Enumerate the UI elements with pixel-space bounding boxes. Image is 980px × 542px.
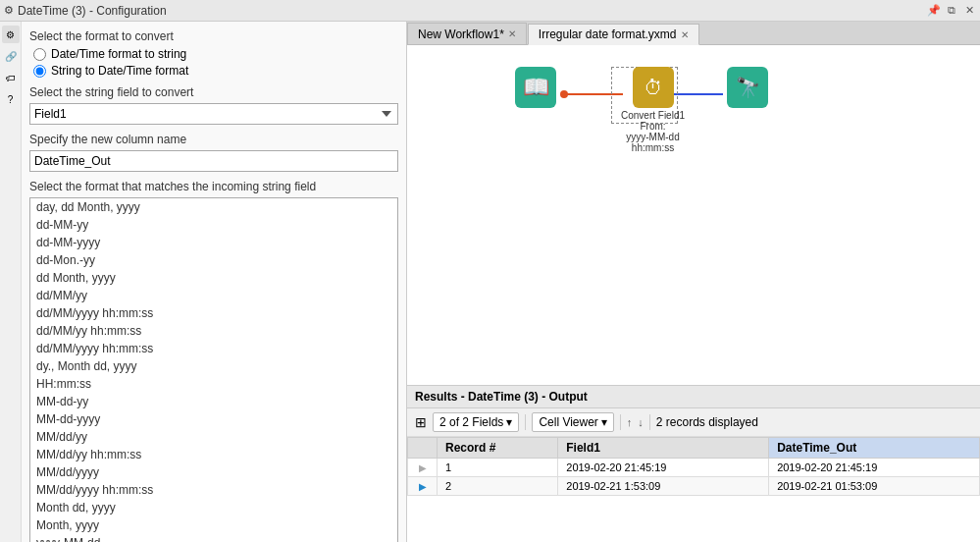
radio-group: Date/Time format to string String to Dat… [33, 47, 398, 78]
link-icon[interactable]: 🔗 [2, 47, 20, 65]
tab-new-workflow-label: New Workflow1* [418, 27, 504, 41]
viewer-button[interactable]: Cell Viewer ▾ [532, 412, 613, 432]
table-row: ▶ 2 2019-02-21 1:53:09 2019-02-21 01:53:… [408, 477, 980, 496]
pin-icon[interactable]: 📌 [927, 4, 941, 18]
chevron-down-icon: ▾ [506, 415, 512, 429]
format-item[interactable]: MM/dd/yyyy hh:mm:ss [30, 481, 397, 499]
format-item[interactable]: dd/MM/yyyy hh:mm:ss [30, 340, 397, 357]
fields-label: 2 of 2 Fields [439, 415, 503, 429]
field-section: Select the string field to convert Field… [29, 85, 398, 125]
title-bar-icon: ⚙ [4, 4, 14, 17]
close-icon[interactable]: ✕ [962, 4, 976, 18]
column-name-label: Specify the new column name [29, 133, 398, 146]
tab-new-workflow-close[interactable]: ✕ [508, 28, 516, 39]
format-select-section: Select the format that matches the incom… [29, 180, 398, 542]
format-item[interactable]: dd/MM/yyyy hh:mm:ss [30, 304, 397, 322]
radio-datetime-to-string[interactable]: Date/Time format to string [33, 47, 398, 61]
toolbar-divider-1 [525, 414, 526, 430]
format-item[interactable]: MM/dd/yy [30, 428, 397, 446]
radio-string-to-datetime-label: String to Date/Time format [51, 64, 188, 78]
col-header-datetime-out: DateTime_Out [769, 438, 980, 459]
results-header: Results - DateTime (3) - Output [407, 386, 980, 408]
format-select-label: Select the format that matches the incom… [29, 180, 398, 193]
node-browse-icon: 🔭 [727, 67, 768, 108]
tab-bar: New Workflow1* ✕ Irregular date format.y… [407, 22, 980, 45]
row-icon-cell-2: ▶ [408, 477, 438, 496]
table-row: ▶ 1 2019-02-20 21:45:19 2019-02-20 21:45… [408, 459, 980, 477]
title-bar-text: DateTime (3) - Configuration [18, 4, 167, 18]
format-item[interactable]: dd/MM/yy hh:mm:ss [30, 322, 397, 340]
left-panel: ⚙ 🔗 🏷 ? Select the format to convert Dat… [0, 22, 407, 542]
cell-datetime-out-2: 2019-02-21 01:53:09 [769, 477, 980, 496]
config-content: Select the format to convert Date/Time f… [22, 22, 406, 542]
format-item[interactable]: day, dd Month, yyyy [30, 198, 397, 216]
radio-datetime-to-string-label: Date/Time format to string [51, 47, 186, 61]
radio-datetime-to-string-input[interactable] [33, 48, 46, 61]
results-panel: Results - DateTime (3) - Output ⊞ 2 of 2… [407, 385, 980, 542]
cell-field1-2: 2019-02-21 1:53:09 [558, 477, 769, 496]
viewer-label: Cell Viewer [539, 415, 597, 429]
row-arrow-icon: ▶ [419, 462, 427, 473]
tab-irregular-date-label: Irregular date format.yxmd [539, 27, 677, 41]
main-layout: ⚙ 🔗 🏷 ? Select the format to convert Dat… [0, 22, 980, 542]
node-browse[interactable]: 🔭 [727, 67, 768, 108]
format-item[interactable]: Month, yyyy [30, 516, 397, 534]
format-item[interactable]: MM-dd-yy [30, 393, 397, 410]
format-item[interactable]: HH:mm:ss [30, 375, 397, 393]
format-list: day, dd Month, yyyy dd-MM-yy dd-MM-yyyy … [29, 197, 398, 542]
format-item[interactable]: dd/MM/yy [30, 287, 397, 304]
col-header-record-num: Record # [438, 438, 558, 459]
arrow-up-icon[interactable]: ↑ [627, 416, 633, 428]
format-item[interactable]: dy., Month dd, yyyy [30, 357, 397, 375]
format-item[interactable]: dd Month, yyyy [30, 269, 397, 287]
radio-string-to-datetime[interactable]: String to Date/Time format [33, 64, 398, 78]
format-section-label: Select the format to convert [29, 29, 398, 43]
node-input[interactable]: 📖 [515, 67, 556, 108]
tag-icon[interactable]: 🏷 [2, 69, 20, 86]
tab-irregular-date-close[interactable]: ✕ [681, 29, 689, 40]
column-name-input[interactable] [29, 150, 398, 172]
workflow-canvas[interactable]: 📖 ⏱ Convert Field1From:yyyy-MM-ddhh:mm:s… [407, 45, 980, 385]
workflow-connectors [407, 45, 980, 385]
radio-string-to-datetime-input[interactable] [33, 65, 46, 78]
toolbar-divider-3 [649, 414, 650, 430]
float-icon[interactable]: ⧉ [945, 4, 958, 18]
cell-record-1: 1 [438, 459, 558, 477]
format-section: Select the format to convert Date/Time f… [29, 29, 398, 78]
arrow-down-icon[interactable]: ↓ [638, 416, 644, 428]
node-datetime-icon: ⏱ [633, 67, 674, 108]
results-table: Record # Field1 DateTime_Out [407, 437, 980, 496]
format-item[interactable]: yyyy-MM-dd [30, 534, 397, 542]
settings-icon[interactable]: ⚙ [2, 26, 20, 43]
toolbar-divider-2 [620, 414, 621, 430]
format-item[interactable]: dd-MM-yy [30, 216, 397, 234]
cell-record-2: 2 [438, 477, 558, 496]
format-item[interactable]: dd-Mon.-yy [30, 251, 397, 269]
node-input-icon: 📖 [515, 67, 556, 108]
fields-button[interactable]: 2 of 2 Fields ▾ [433, 412, 519, 432]
node-datetime-label: Convert Field1From:yyyy-MM-ddhh:mm:ss [621, 110, 685, 153]
viewer-chevron-icon: ▾ [601, 415, 607, 429]
format-item[interactable]: dd-MM-yyyy [30, 234, 397, 251]
side-icon-bar: ⚙ 🔗 🏷 ? [0, 22, 22, 542]
field-dropdown[interactable]: Field1 [29, 103, 398, 125]
field-section-label: Select the string field to convert [29, 85, 398, 99]
data-table: Record # Field1 DateTime_Out [407, 437, 980, 542]
right-panel: New Workflow1* ✕ Irregular date format.y… [407, 22, 980, 542]
tab-irregular-date[interactable]: Irregular date format.yxmd ✕ [528, 24, 699, 45]
cell-field1-1: 2019-02-20 21:45:19 [558, 459, 769, 477]
node-datetime[interactable]: ⏱ Convert Field1From:yyyy-MM-ddhh:mm:ss [621, 67, 685, 153]
format-item[interactable]: MM-dd-yyyy [30, 410, 397, 428]
col-header-record [408, 438, 438, 459]
records-label: 2 records displayed [656, 415, 758, 429]
tab-new-workflow[interactable]: New Workflow1* ✕ [407, 23, 527, 44]
column-name-section: Specify the new column name [29, 133, 398, 172]
format-item[interactable]: Month dd, yyyy [30, 499, 397, 516]
cell-datetime-out-1: 2019-02-20 21:45:19 [769, 459, 980, 477]
grid-icon: ⊞ [415, 414, 427, 430]
help-icon[interactable]: ? [2, 90, 20, 108]
results-title: Results - DateTime (3) - Output [415, 390, 588, 404]
row-icon-cell: ▶ [408, 459, 438, 477]
format-item[interactable]: MM/dd/yyyy [30, 463, 397, 481]
format-item[interactable]: MM/dd/yy hh:mm:ss [30, 446, 397, 463]
